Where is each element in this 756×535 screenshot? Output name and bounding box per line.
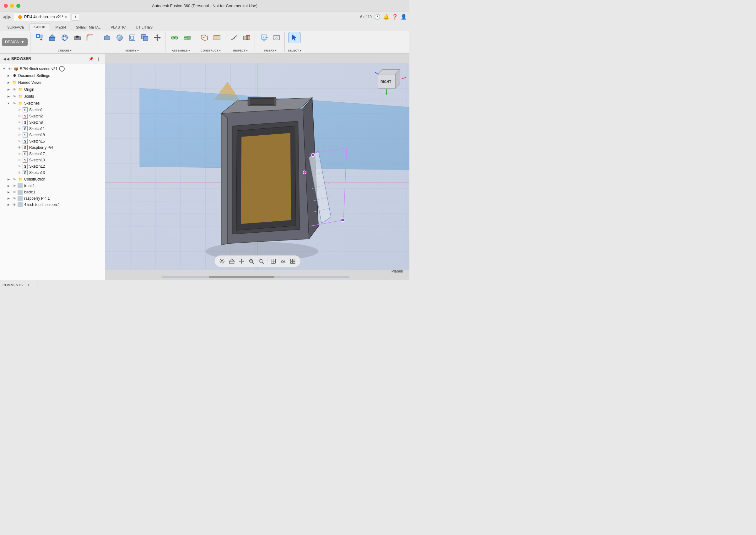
tree-item-doc-settings[interactable]: ⚙ Document Settings xyxy=(0,72,105,79)
insert-svg-btn[interactable]: SVG xyxy=(258,32,270,43)
sketch15-eye[interactable]: 👁 xyxy=(17,139,22,144)
tab-sheet-metal[interactable]: SHEET METAL xyxy=(71,23,105,31)
new-tab-button[interactable]: + xyxy=(71,13,79,21)
origin-eye[interactable]: 👁 xyxy=(12,87,17,92)
help-icon[interactable]: ❓ xyxy=(392,14,398,20)
fillet-mod-btn[interactable] xyxy=(114,32,126,43)
revolve-btn[interactable] xyxy=(59,32,70,43)
as-built-joint-btn[interactable] xyxy=(181,32,193,43)
tree-item-front1[interactable]: 👁 front:1 xyxy=(0,183,105,189)
construct-dropdown-label[interactable]: CONSTRUCT ▾ xyxy=(201,49,221,52)
vt-display-mode-btn[interactable] xyxy=(269,257,278,266)
nav-back-icon[interactable]: ◀ xyxy=(3,14,6,20)
raspi4-eye[interactable]: 👁 xyxy=(17,145,22,150)
sidebar-back-arrow[interactable]: ◀◀ xyxy=(3,57,10,61)
named-views-arrow[interactable] xyxy=(6,80,11,85)
raspi4-1-arrow[interactable] xyxy=(6,196,11,201)
create-new-component-btn[interactable] xyxy=(34,32,45,43)
nav-forward-icon[interactable]: ▶ xyxy=(8,14,11,20)
tree-item-sketch13[interactable]: 👁 S Sketch13 xyxy=(0,170,105,176)
press-pull-btn[interactable] xyxy=(101,32,113,43)
tab-surface[interactable]: SURFACE xyxy=(3,23,29,31)
tree-item-construction[interactable]: 👁 📁 Construction , xyxy=(0,176,105,183)
front1-eye[interactable]: 👁 xyxy=(12,183,17,188)
sketch17-eye[interactable]: 👁 xyxy=(17,151,22,156)
vt-zoom-btn[interactable] xyxy=(247,257,256,266)
offset-plane-btn[interactable] xyxy=(198,32,210,43)
tree-item-named-views[interactable]: 📁 Named Views xyxy=(0,79,105,86)
root-visibility-icon[interactable]: 👁 xyxy=(7,66,12,71)
touch1-arrow[interactable] xyxy=(6,203,11,207)
tree-item-raspi4[interactable]: 👁 S Raspberry Pi4 xyxy=(0,144,105,151)
doc-settings-arrow[interactable] xyxy=(6,73,11,78)
tree-item-raspi4-1[interactable]: 👁 raspberry Pi4:1 xyxy=(0,195,105,202)
midplane-btn[interactable] xyxy=(211,32,223,43)
select-dropdown-label[interactable]: SELECT ▾ xyxy=(288,49,301,52)
tree-item-back1[interactable]: 👁 back:1 xyxy=(0,189,105,195)
insert-dropdown-label[interactable]: INSERT ▾ xyxy=(264,49,277,52)
fillet-btn[interactable] xyxy=(84,32,96,43)
vt-grid-btn[interactable] xyxy=(288,257,297,266)
user-icon[interactable]: 👤 xyxy=(401,14,407,20)
move-btn[interactable] xyxy=(151,32,163,43)
viewport-scrollbar[interactable] xyxy=(162,276,350,278)
sketch2-eye[interactable]: 👁 xyxy=(17,114,22,119)
tree-item-sketch12[interactable]: 👁 S Sketch12 xyxy=(0,163,105,170)
design-button[interactable]: DESIGN ▼ xyxy=(2,38,28,46)
joints-eye[interactable]: 👁 xyxy=(12,94,17,99)
inspect-dropdown-label[interactable]: INSPECT ▾ xyxy=(233,49,248,52)
comments-add-btn[interactable]: + xyxy=(25,282,31,288)
construction-arrow[interactable] xyxy=(6,177,11,182)
tree-item-sketches[interactable]: 👁 📁 Sketches xyxy=(0,100,105,107)
tab-plastic[interactable]: PLASTIC xyxy=(106,23,130,31)
tree-item-sketch8[interactable]: 👁 S Sketch8 xyxy=(0,119,105,126)
create-dropdown-label[interactable]: CREATE ▾ xyxy=(58,49,71,52)
doc-tab-active[interactable]: 🔶 RPi4 4inch screen v21* × xyxy=(14,13,70,21)
window-controls[interactable] xyxy=(4,4,20,8)
minimize-button[interactable] xyxy=(10,4,14,8)
joints-arrow[interactable] xyxy=(6,94,11,99)
tree-item-sketch18[interactable]: 👁 S Sketch18 xyxy=(0,132,105,138)
back1-eye[interactable]: 👁 xyxy=(12,190,17,195)
sketch8-eye[interactable]: 👁 xyxy=(17,120,22,125)
select-btn[interactable] xyxy=(289,32,300,43)
sketch13-eye[interactable]: 👁 xyxy=(17,170,22,175)
front1-arrow[interactable] xyxy=(6,184,11,188)
root-expand-arrow[interactable] xyxy=(2,67,6,71)
shell-btn[interactable] xyxy=(126,32,138,43)
doc-tab-close-button[interactable]: × xyxy=(65,15,67,19)
tree-item-sketch11[interactable]: 👁 S Sketch11 xyxy=(0,126,105,132)
insert-canvas-btn[interactable] xyxy=(271,32,283,43)
vt-visual-style-btn[interactable] xyxy=(278,257,287,266)
tree-item-sketch17[interactable]: 👁 S Sketch17 xyxy=(0,151,105,157)
tab-mesh[interactable]: MESH xyxy=(50,23,70,31)
measure-btn[interactable] xyxy=(228,32,240,43)
combine-btn[interactable] xyxy=(139,32,151,43)
tab-utilities[interactable]: UTILITIES xyxy=(131,23,157,31)
close-button[interactable] xyxy=(4,4,8,8)
clock-icon[interactable]: 🕐 xyxy=(374,14,380,20)
vt-pan-btn[interactable] xyxy=(237,257,246,266)
tree-item-origin[interactable]: 👁 📁 Origin xyxy=(0,86,105,93)
raspi4-1-eye[interactable]: 👁 xyxy=(12,196,17,201)
tree-item-sketch1[interactable]: 👁 S Sketch1 xyxy=(0,107,105,113)
sketches-arrow[interactable] xyxy=(6,101,11,105)
hole-btn[interactable] xyxy=(71,32,83,43)
sketches-eye[interactable]: 👁 xyxy=(12,101,17,106)
tab-solid[interactable]: SOLID xyxy=(30,23,50,31)
modify-dropdown-label[interactable]: MODIFY ▾ xyxy=(126,49,139,52)
joint-btn[interactable] xyxy=(169,32,181,43)
sketch11-eye[interactable]: 👁 xyxy=(17,126,22,131)
sketch1-eye[interactable]: 👁 xyxy=(17,107,22,112)
sketch10-eye[interactable]: 👁 xyxy=(17,157,22,163)
back-forward-nav[interactable]: ◀ ▶ xyxy=(3,14,11,20)
tree-item-sketch10[interactable]: 👁 S Sketch10 xyxy=(0,157,105,163)
maximize-button[interactable] xyxy=(16,4,20,8)
origin-arrow[interactable] xyxy=(6,87,11,92)
interference-btn[interactable] xyxy=(241,32,253,43)
tree-item-sketch15[interactable]: 👁 S Sketch15 xyxy=(0,138,105,144)
sketch18-eye[interactable]: 👁 xyxy=(17,132,22,137)
touch1-eye[interactable]: 👁 xyxy=(12,202,17,207)
tree-item-touch1[interactable]: 👁 4 inch touch screen:1 xyxy=(0,202,105,208)
browser-collapse-btn[interactable]: | xyxy=(96,56,102,62)
